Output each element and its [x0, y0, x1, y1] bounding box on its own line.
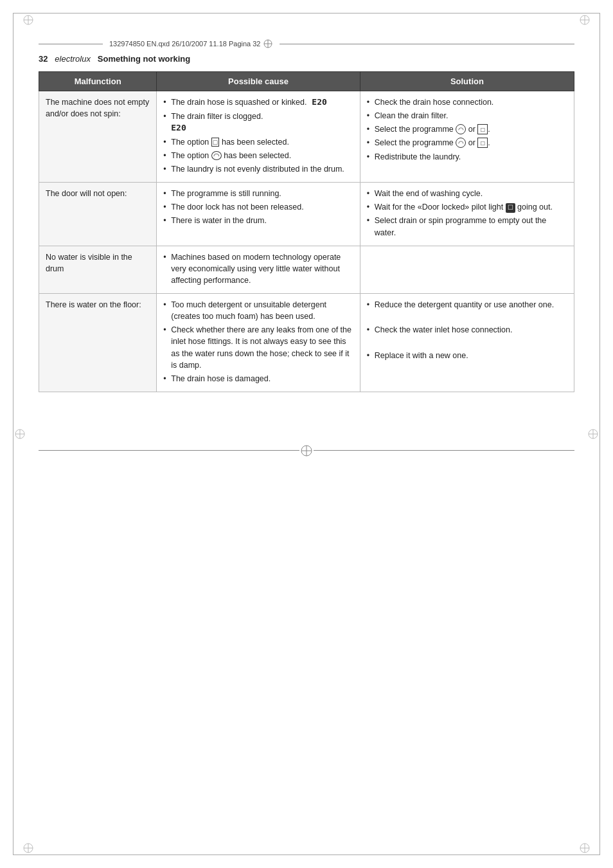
malfunction-cell: No water is visible in the drum — [39, 246, 157, 293]
solution-cell — [360, 246, 574, 293]
malfunction-cell: There is water on the floor: — [39, 294, 157, 392]
list-item: Check whether there are any leaks from o… — [163, 324, 353, 371]
reg-mark-bottom-right — [579, 842, 591, 854]
col-header-malfunction: Malfunction — [39, 72, 157, 91]
reg-mark-bottom-left — [22, 842, 34, 854]
list-item: Wait the end of washing cycle. — [367, 188, 567, 199]
cause-cell: Machines based on modern technology oper… — [157, 246, 360, 293]
reg-mark-top-right — [579, 14, 591, 26]
list-item: The door lock has not been released. — [163, 201, 353, 213]
section-header: 32 electrolux Something not working — [39, 54, 574, 64]
reg-mark-mid-right — [587, 428, 599, 440]
table-row: No water is visible in the drum Machines… — [39, 246, 574, 293]
crosshair-icon — [263, 39, 273, 49]
list-item: Redistribute the laundry. — [367, 151, 567, 163]
list-item: Clean the drain filter. — [367, 110, 567, 122]
list-item: The laundry is not evenly distributed in… — [163, 163, 353, 175]
reg-mark-top-left — [22, 14, 34, 26]
solution-cell: Reduce the detergent quantity or use ano… — [360, 294, 574, 392]
file-info-text: 132974850 EN.qxd 26/10/2007 11.18 Pagina… — [109, 40, 260, 48]
col-header-cause: Possible cause — [157, 72, 360, 91]
list-item: Too much detergent or unsuitable deterge… — [163, 299, 353, 322]
list-item: Reduce the detergent quantity or use ano… — [367, 299, 567, 311]
bottom-registration — [39, 444, 574, 458]
list-item: The drain hose is damaged. — [163, 373, 353, 384]
page-number: 32 — [39, 54, 48, 64]
list-item: Select the programme ◠ or □. — [367, 137, 567, 149]
bottom-crosshair-icon — [299, 444, 314, 458]
list-item: The drain hose is squashed or kinked. E2… — [163, 96, 353, 109]
list-item: Machines based on modern technology oper… — [163, 251, 353, 286]
brand-name: electrolux — [55, 54, 91, 64]
list-item: The option ◠ has been selected. — [163, 150, 353, 161]
cause-cell: The drain hose is squashed or kinked. E2… — [157, 91, 360, 183]
list-item: Select the programme ◠ or □. — [367, 123, 567, 135]
reg-mark-mid-left — [14, 428, 26, 440]
cause-cell: The programme is still running. The door… — [157, 183, 360, 246]
cause-cell: Too much detergent or unsuitable deterge… — [157, 294, 360, 392]
section-title: Something not working — [98, 54, 190, 64]
malfunction-cell: The door will not open: — [39, 183, 157, 246]
malfunction-table: Malfunction Possible cause Solution The … — [39, 71, 574, 392]
list-item: Check the water inlet hose connection. — [367, 324, 567, 336]
col-header-solution: Solution — [360, 72, 574, 91]
list-item: Wait for the «Door locked» pilot light ☐… — [367, 201, 567, 213]
list-item: Select drain or spin programme to empty … — [367, 215, 567, 238]
list-item: Replace it with a new one. — [367, 350, 567, 361]
solution-cell: Check the drain hose connection. Clean t… — [360, 91, 574, 183]
solution-cell: Wait the end of washing cycle. Wait for … — [360, 183, 574, 246]
table-row: The door will not open: The programme is… — [39, 183, 574, 246]
malfunction-cell: The machine does not empty and/or does n… — [39, 91, 157, 183]
list-item: There is water in the drum. — [163, 215, 353, 226]
list-item: The option □ has been selected. — [163, 136, 353, 148]
table-row: The machine does not empty and/or does n… — [39, 91, 574, 183]
list-item: The programme is still running. — [163, 188, 353, 199]
file-info-bar: 132974850 EN.qxd 26/10/2007 11.18 Pagina… — [39, 39, 574, 49]
list-item: The drain filter is clogged.E20 — [163, 111, 353, 134]
list-item: Check the drain hose connection. — [367, 96, 567, 108]
table-row: There is water on the floor: Too much de… — [39, 294, 574, 392]
